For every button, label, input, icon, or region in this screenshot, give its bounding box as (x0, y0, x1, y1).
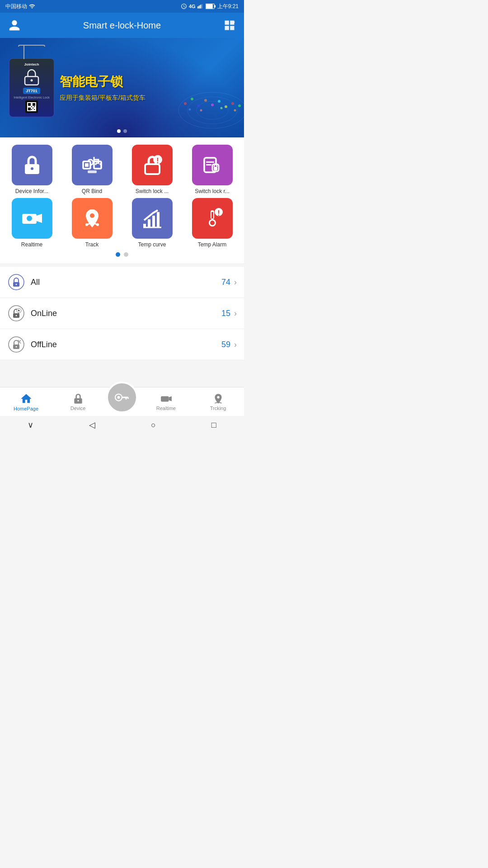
icon-qr-bind[interactable]: QR Bind (64, 145, 120, 194)
svg-rect-38 (85, 163, 89, 167)
svg-rect-2 (200, 5, 201, 9)
icon-box-track (72, 198, 113, 239)
user-icon[interactable] (7, 18, 22, 33)
svg-point-70 (16, 315, 17, 316)
nav-realtime[interactable]: Realtime (140, 387, 192, 416)
svg-rect-28 (28, 108, 31, 110)
nav-center-button[interactable] (106, 382, 138, 413)
icon-device-info[interactable]: Device Infor... (4, 145, 60, 194)
svg-rect-27 (33, 103, 35, 106)
all-count: 74 (221, 278, 230, 287)
svg-point-75 (16, 346, 17, 348)
temp-alert-icon: ! (202, 208, 223, 229)
online-label: OnLine (31, 309, 221, 318)
svg-rect-5 (206, 4, 212, 9)
nav-back-btn[interactable]: ∨ (28, 420, 33, 430)
icon-temp-curve[interactable]: Temp curve (124, 198, 180, 248)
all-lock-icon (7, 273, 25, 291)
svg-rect-26 (28, 103, 31, 106)
grid-icon[interactable] (222, 18, 237, 33)
svg-point-52 (85, 223, 88, 226)
banner-pagination (117, 129, 127, 133)
icon-label-track: Track (85, 241, 99, 248)
device-row-offline[interactable]: OffLine 59 › (0, 329, 244, 360)
svg-point-79 (77, 400, 79, 401)
svg-marker-49 (37, 214, 42, 223)
svg-text:!: ! (217, 209, 220, 217)
icon-label-temp-alarm: Temp Alarm (198, 241, 226, 248)
icon-label-device-info: Device Infor... (15, 188, 48, 194)
svg-point-22 (234, 109, 236, 112)
camera-icon (21, 208, 43, 229)
svg-rect-29 (31, 106, 32, 107)
svg-rect-3 (201, 4, 202, 8)
key-icon (114, 389, 130, 406)
nav-center-wrapper (104, 391, 140, 413)
nav-tracking-label: Trcking (210, 406, 226, 411)
svg-marker-83 (169, 396, 172, 401)
nav-device[interactable]: Device (52, 387, 104, 416)
nav-realtime-label: Realtime (156, 406, 176, 411)
icon-box-qr-bind (72, 145, 113, 185)
svg-point-51 (90, 213, 94, 218)
all-label: All (31, 278, 221, 287)
svg-rect-30 (33, 108, 33, 108)
svg-rect-60 (211, 212, 213, 218)
carrier-icon (29, 3, 35, 9)
camera-nav-icon (160, 393, 172, 405)
icon-realtime[interactable]: Realtime (4, 198, 60, 248)
svg-rect-57 (157, 212, 160, 227)
svg-point-81 (117, 396, 120, 399)
nav-device-label: Device (70, 406, 86, 411)
icon-switch-lock[interactable]: ! Switch lock ... (124, 145, 180, 194)
device-row-online[interactable]: OnLine 15 › (0, 298, 244, 329)
icon-box-switch-lock: ! (132, 145, 173, 185)
header-title: Smart e-lock-Home (83, 20, 161, 31)
svg-rect-55 (148, 219, 150, 227)
svg-point-12 (197, 104, 200, 107)
home-icon (20, 392, 33, 405)
icon-label-qr-bind: QR Bind (82, 188, 102, 194)
device-row-all[interactable]: All 74 › (0, 267, 244, 298)
svg-point-18 (238, 104, 241, 107)
icon-box-realtime (12, 198, 52, 239)
svg-rect-45 (206, 164, 211, 165)
banner-dot-1 (117, 129, 121, 133)
system-nav: ∨ ◁ ○ □ (0, 416, 244, 434)
page-dot-1 (116, 252, 120, 257)
svg-rect-82 (161, 396, 169, 401)
offline-label: OffLine (31, 340, 221, 349)
location-icon (81, 208, 103, 229)
svg-rect-33 (34, 109, 35, 110)
nav-tracking[interactable]: Trcking (192, 387, 244, 416)
svg-rect-0 (197, 6, 198, 9)
banner-device-art: Jointech JT701 Intelligent Electronic Lo… (9, 58, 54, 117)
icon-temp-alarm[interactable]: ! Temp Alarm (184, 198, 240, 248)
svg-point-14 (211, 104, 214, 106)
svg-rect-47 (214, 167, 217, 170)
banner-text: 智能电子锁 应用于集装箱/平板车/箱式货车 (54, 73, 235, 102)
all-chevron: › (234, 278, 237, 287)
nav-home-label: HomePage (14, 406, 38, 411)
svg-point-21 (221, 107, 223, 109)
icons-section: Device Infor... QR Bind (0, 137, 244, 263)
icon-label-realtime: Realtime (21, 241, 42, 248)
svg-point-10 (184, 102, 187, 105)
svg-rect-32 (31, 109, 32, 110)
alert-lock-icon: ! (141, 154, 163, 176)
chart-icon (141, 208, 163, 229)
nav-home-btn[interactable]: ◁ (89, 420, 95, 430)
app-header: Smart e-lock-Home (0, 13, 244, 38)
signal-4g: 4G (189, 4, 196, 9)
nav-home[interactable]: HomePage (0, 387, 52, 416)
svg-point-62 (210, 221, 215, 225)
svg-point-72 (19, 311, 19, 311)
signal-bars-icon (197, 4, 204, 9)
icon-track[interactable]: Track (64, 198, 120, 248)
banner-subtitle: 应用于集装箱/平板车/箱式货车 (60, 94, 235, 102)
icon-label-switch-lock-r: Switch lock r... (195, 188, 230, 194)
icon-switch-lock-r[interactable]: Switch lock r... (184, 145, 240, 194)
offline-lock-icon (7, 335, 25, 354)
nav-square-btn[interactable]: □ (211, 420, 216, 430)
nav-circle-btn[interactable]: ○ (151, 420, 156, 430)
